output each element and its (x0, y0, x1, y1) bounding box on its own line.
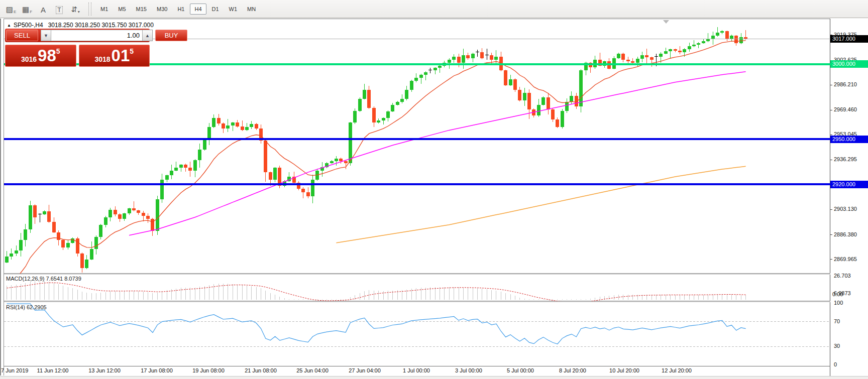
price-tick-label: 2886.380 (834, 231, 857, 237)
text-label-a-tool-icon: A (41, 6, 46, 14)
hatch-pattern-e-tool-icon[interactable]: ▨E (4, 3, 18, 16)
price-tick-label: 2986.210 (834, 81, 857, 87)
sell-price-box[interactable]: 3016 98 5 (5, 45, 76, 67)
hatch-pattern-e-tool-icon-sub: E (14, 10, 16, 14)
volume-increase-button[interactable]: ▲ (142, 30, 152, 41)
bid-price-sup: 5 (56, 47, 60, 55)
macd-scale-zero: 0.00 (832, 291, 843, 297)
time-axis-label: 10 Jul 20:00 (609, 367, 639, 373)
text-box-t-tool-icon: T (56, 6, 62, 14)
timeframe-h4-button[interactable]: H4 (190, 4, 206, 15)
price-scale[interactable]: 3019.3753002.6252986.2102969.4602953.045… (830, 19, 868, 376)
price-tick-mark (830, 135, 832, 135)
rsi-indicator-pane[interactable] (4, 302, 830, 366)
arrow-style-tool-icon-sub: ▾ (78, 10, 80, 14)
macd-label: MACD(12,26,9) 7.6541 8.0739 (6, 276, 81, 282)
collapse-arrow-icon[interactable]: ▲ (7, 23, 11, 28)
ask-price-prefix: 3018 (94, 55, 110, 63)
grid-pattern-f-tool-icon[interactable]: ▦F (20, 3, 34, 16)
buy-price-box[interactable]: 3018 01 5 (79, 45, 150, 67)
toolbar-separator (88, 3, 91, 16)
timeframe-m5-button[interactable]: M5 (114, 4, 130, 15)
timeframe-m30-button[interactable]: M30 (152, 4, 172, 15)
time-axis[interactable]: 7 Jun 201911 Jun 12:0013 Jun 12:0017 Jun… (0, 367, 830, 375)
toolbar: ▨E▦FAT⇵▾ M1M5M15M30H1H4D1W1MN (0, 0, 868, 18)
ask-price-sup: 5 (130, 47, 134, 55)
time-axis-label: 12 Jul 20:00 (662, 367, 692, 373)
volume-group: ▼ ▲ (41, 30, 153, 41)
arrow-style-tool-icon[interactable]: ⇵▾ (68, 3, 82, 16)
window-bottom-edge (0, 376, 868, 379)
text-label-a-tool-icon[interactable]: A (36, 3, 50, 16)
bid-ask-price-boxes: 3016 98 5 3018 01 5 (5, 45, 150, 67)
rsi-scale-0: 0 (834, 361, 837, 367)
price-tick-mark (830, 259, 832, 260)
ask-price-big: 01 (112, 46, 130, 66)
bid-price-prefix: 3016 (21, 55, 37, 63)
time-axis-label: 5 Jul 00:00 (507, 367, 534, 373)
price-level-badge: 3017.000 (830, 35, 868, 43)
price-level-badge: 2920.000 (830, 181, 868, 188)
timeframe-m1-button[interactable]: M1 (96, 4, 113, 15)
price-tick-label: 2969.460 (834, 106, 857, 112)
drawing-tools-group: ▨E▦FAT⇵▾ (3, 3, 83, 16)
time-axis-label: 17 Jun 08:00 (141, 367, 173, 373)
buy-button[interactable]: BUY (155, 30, 187, 41)
time-axis-label: 13 Jun 12:00 (88, 367, 121, 373)
arrow-style-tool-icon: ⇵ (71, 5, 77, 14)
time-axis-label: 8 Jul 20:00 (559, 367, 586, 373)
chart-frame-bottom (4, 366, 868, 366)
macd-indicator-pane[interactable] (4, 275, 830, 301)
price-tick-mark (830, 160, 832, 160)
price-tick-label: 2936.295 (834, 156, 857, 162)
time-axis-label: 19 Jun 08:00 (192, 367, 225, 373)
time-axis-label: 25 Jun 04:00 (296, 367, 329, 373)
price-tick-mark (830, 110, 832, 110)
volume-decrease-button[interactable]: ▼ (41, 30, 51, 41)
rsi-scale-100: 100 (834, 300, 843, 306)
price-tick-label: 2903.130 (834, 206, 857, 212)
price-tick-label: 2869.965 (834, 256, 857, 262)
price-level-badge: 2950.000 (830, 136, 868, 143)
timeframe-w1-button[interactable]: W1 (225, 4, 242, 15)
timeframe-m15-button[interactable]: M15 (132, 4, 151, 15)
price-tick-mark (830, 234, 832, 235)
chart-title: ▲SP500-,H43018.250 3018.250 3015.750 301… (7, 22, 154, 29)
time-axis-label: 11 Jun 12:00 (37, 367, 69, 373)
window-left-edge (0, 19, 4, 375)
price-tick-mark (830, 209, 832, 210)
time-axis-label: 7 Jun 2019 (1, 367, 28, 373)
grid-pattern-f-tool-icon: ▦ (22, 5, 29, 14)
volume-input[interactable] (51, 30, 142, 41)
ohlc-values: 3018.250 3018.250 3015.750 3017.000 (48, 22, 154, 29)
time-axis-label: 1 Jul 00:00 (403, 367, 430, 373)
price-level-badge: 3000.000 (830, 60, 868, 68)
time-axis-label: 21 Jun 08:00 (245, 367, 277, 373)
macd-scale-max: 26.703 (834, 273, 851, 279)
time-axis-label: 3 Jul 00:00 (455, 367, 482, 373)
trading-platform-window: ▨E▦FAT⇵▾ M1M5M15M30H1H4D1W1MN ▲SP500-,H4… (0, 0, 868, 379)
time-axis-label: 27 Jun 04:00 (349, 367, 381, 373)
hatch-pattern-e-tool-icon: ▨ (6, 5, 13, 14)
symbol-timeframe-label: SP500-,H4 (14, 22, 43, 29)
timeframe-d1-button[interactable]: D1 (207, 4, 224, 15)
rsi-scale-30: 30 (834, 343, 840, 349)
timeframe-h1-button[interactable]: H1 (173, 4, 189, 15)
text-box-t-tool-icon[interactable]: T (52, 3, 66, 16)
sell-button[interactable]: SELL (6, 30, 38, 41)
bid-price-big: 98 (38, 46, 56, 66)
rsi-label: RSI(14) 62.2905 (6, 304, 47, 310)
price-tick-mark (830, 85, 832, 85)
grid-pattern-f-tool-icon-sub: F (30, 10, 32, 14)
timeframe-buttons-group: M1M5M15M30H1H4D1W1MN (95, 4, 261, 15)
timeframe-mn-button[interactable]: MN (243, 4, 260, 15)
one-click-trading-row: SELL ▼ ▲ BUY (5, 29, 150, 42)
rsi-scale-70: 70 (834, 318, 840, 324)
